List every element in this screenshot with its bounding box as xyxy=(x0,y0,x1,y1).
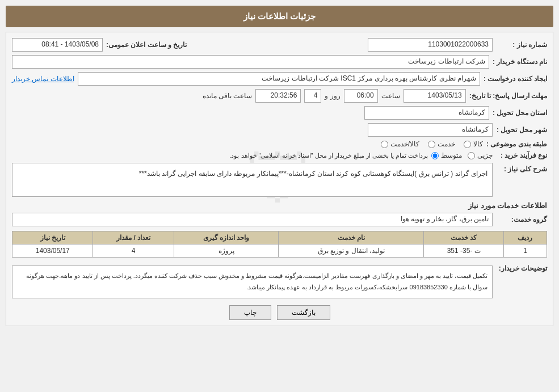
cell-nam: تولید، انتقال و توزیع برق xyxy=(279,245,424,258)
cell-radif: 1 xyxy=(503,245,547,258)
page-title: جزئیات اطلاعات نیاز xyxy=(6,6,553,27)
cell-tedad: 4 xyxy=(93,245,174,258)
khadamat-title: اطلاعات خدمات مورد نیاز xyxy=(12,201,547,210)
saat-label: ساعت xyxy=(381,92,400,100)
col-tedad: تعداد / مقدار xyxy=(93,231,174,245)
radio-moutasat-label: متوسط xyxy=(441,151,462,159)
group-label: گروه خدمت: xyxy=(496,216,547,224)
cell-kod: ت -35- 351 xyxy=(424,245,504,258)
col-vahed: واحد اندازه گیری xyxy=(174,231,279,245)
ijad-konande-value: شهرام نظری کارشناس بهره برداری مرکز ISC1… xyxy=(78,72,480,86)
col-kod: کد خدمت xyxy=(424,231,504,245)
table-row: 1 ت -35- 351 تولید، انتقال و توزیع برق پ… xyxy=(12,245,547,258)
tarikh-pasokh-mande: 20:32:56 xyxy=(255,89,301,103)
radio-jazii[interactable]: جزیی xyxy=(468,151,493,159)
tawzih-label: توضیحات خریدار: xyxy=(496,262,547,272)
sherh-label: شرح کلی نیاز : xyxy=(496,163,547,173)
ijad-konande-label: ایجاد کننده درخواست : xyxy=(484,75,547,83)
mande-label: ساعت باقی مانده xyxy=(203,92,253,100)
ostan-label: استان محل تحویل : xyxy=(493,109,547,117)
radio-kala-label: کالا xyxy=(473,140,483,148)
tarikh-pasokh-roz: 4 xyxy=(304,89,321,103)
radio-kala-khedmat[interactable]: کالا/خدمت xyxy=(381,140,419,148)
roz-label: روز و xyxy=(325,92,340,100)
tarikh-elan-value: 1403/05/08 - 08:41 xyxy=(12,38,103,52)
khadamat-table: ردیف کد خدمت نام خدمت واحد اندازه گیری ت… xyxy=(12,231,547,258)
back-button[interactable]: بازگشت xyxy=(277,305,330,320)
radio-khedmat-label: خدمت xyxy=(438,140,455,148)
tawzih-value: تکمیل قیمت، تایید به مهر و امضای و بارگذ… xyxy=(12,265,493,298)
tabaghe-label: طبقه بندی موضوعی : xyxy=(486,140,547,148)
ijad-konande-link[interactable]: اطلاعات تماس خریدار xyxy=(12,75,74,83)
ostan-value: کرمانشاه xyxy=(364,106,489,120)
mohlat-label: مهلت ارسال پاسخ: تا تاریخ: xyxy=(469,92,547,100)
radio-khedmat-input[interactable] xyxy=(428,141,435,148)
shomara-niaz-label: شماره نیاز : xyxy=(496,41,547,49)
buttons-row: بازگشت چاپ xyxy=(12,305,547,320)
khadamat-table-section: ردیف کد خدمت نام خدمت واحد اندازه گیری ت… xyxy=(12,231,547,258)
sherh-value: اجرای گراند ( ترانس برق )ایستگاه کوهستان… xyxy=(12,163,493,197)
shahr-value: کرمانشاه xyxy=(368,123,493,137)
radio-khedmat[interactable]: خدمت xyxy=(428,140,455,148)
farayand-desc: پرداخت تمام یا بخشی از مبلغ خریدار از مح… xyxy=(12,152,428,159)
print-button[interactable]: چاپ xyxy=(229,305,271,320)
radio-kala-khedmat-label: کالا/خدمت xyxy=(390,140,419,148)
shahr-label: شهر محل تحویل : xyxy=(496,126,547,134)
cell-vahed: پروژه xyxy=(174,245,279,258)
radio-kala-khedmat-input[interactable] xyxy=(381,141,388,148)
radio-moutasat-input[interactable] xyxy=(431,152,439,159)
group-value: تامین برق، گاز، بخار و تهویه هوا xyxy=(12,213,493,226)
farayand-label: نوع فرآیند خرید : xyxy=(496,151,547,159)
radio-jazii-label: جزیی xyxy=(477,151,493,159)
col-radif: ردیف xyxy=(503,231,547,245)
col-tarikh: تاریخ نیاز xyxy=(12,231,93,245)
cell-tarikh: 1403/05/17 xyxy=(12,245,93,258)
tarikh-pasokh-date: 1403/05/13 xyxy=(404,89,466,103)
radio-moutasat[interactable]: متوسط xyxy=(431,151,462,159)
nam-dastgah-value: شرکت ارتباطات زیرساخت xyxy=(12,55,489,69)
tarikh-pasokh-time: 06:00 xyxy=(344,89,378,103)
nam-dastgah-label: نام دستگاه خریدار : xyxy=(493,58,547,66)
radio-kala[interactable]: کالا xyxy=(464,140,483,148)
radio-kala-input[interactable] xyxy=(464,141,471,148)
tarikh-elan-label: تاریخ و ساعت اعلان عمومی: xyxy=(106,41,187,49)
shomara-niaz-value: 1103001022000633 xyxy=(368,38,493,52)
col-nam: نام خدمت xyxy=(279,231,424,245)
radio-jazii-input[interactable] xyxy=(468,152,475,159)
tabaghe-radio-group: کالا/خدمت خدمت کالا xyxy=(381,140,483,148)
farayand-options: جزیی متوسط xyxy=(431,151,493,159)
